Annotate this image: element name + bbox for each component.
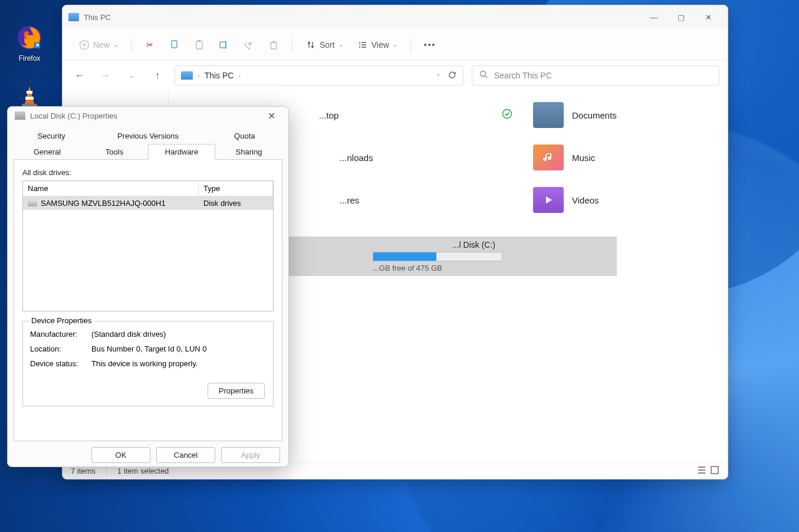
apply-button[interactable]: Apply (221, 447, 280, 463)
tab-quota[interactable]: Quota (207, 128, 282, 144)
folder-videos[interactable]: Videos (533, 187, 710, 213)
svg-rect-6 (196, 41, 202, 49)
explorer-navbar: ← → ⌄ ↑ › This PC › ⌄ Search This PC (63, 61, 728, 90)
device-properties-legend: Device Properties (29, 316, 94, 325)
this-pc-icon (68, 13, 79, 21)
delete-button[interactable] (262, 36, 285, 54)
drive-usage-bar (373, 252, 502, 261)
folder-documents[interactable]: Documents (533, 102, 710, 128)
disk-drives-list[interactable]: Name Type SAMSUNG MZVLB512HAJQ-000H1 Dis… (22, 180, 274, 311)
folder-desktop[interactable]: Desktop ...top (304, 102, 458, 128)
share-icon (244, 40, 254, 50)
chevron-down-icon: ⌄ (393, 41, 397, 48)
music-folder-icon (533, 145, 564, 170)
search-box[interactable]: Search This PC (472, 65, 719, 86)
explorer-toolbar: New ⌄ ✂ Sort ⌄ View ⌄ ••• (63, 29, 728, 61)
search-placeholder: Search This PC (494, 71, 552, 80)
rename-button[interactable] (213, 36, 235, 54)
ellipsis-icon: ••• (424, 40, 436, 50)
device-status-value: This device is working properly. (91, 359, 266, 368)
maximize-button[interactable]: ▢ (668, 8, 695, 27)
folder-downloads[interactable]: ...nloads (340, 145, 493, 170)
manufacturer-value: (Standard disk drives) (91, 330, 266, 339)
chevron-down-icon: ⌄ (113, 41, 118, 48)
tab-sharing[interactable]: Sharing (215, 144, 282, 160)
dialog-close-button[interactable]: ✕ (261, 107, 281, 124)
device-status-label: Device status: (30, 359, 91, 368)
chevron-right-icon: › (238, 72, 241, 79)
copy-icon (169, 40, 180, 50)
tab-security[interactable]: Security (14, 128, 89, 144)
tab-tools[interactable]: Tools (81, 144, 148, 160)
firefox-icon (15, 24, 44, 52)
device-properties-button[interactable]: Properties (208, 383, 265, 399)
more-button[interactable]: ••• (418, 37, 442, 53)
drive-icon (15, 111, 25, 120)
chevron-down-icon: ⌄ (338, 41, 343, 48)
cut-button[interactable]: ✂ (139, 36, 161, 54)
clipboard-icon (194, 40, 205, 50)
column-header-type[interactable]: Type (199, 181, 273, 196)
cancel-button[interactable]: Cancel (156, 447, 215, 463)
forward-button[interactable]: → (97, 67, 114, 84)
svg-rect-11 (711, 467, 718, 474)
disk-icon (28, 201, 37, 206)
ok-button[interactable]: OK (91, 447, 150, 463)
manufacturer-label: Manufacturer: (30, 330, 91, 339)
recent-locations-button[interactable]: ⌄ (123, 67, 140, 84)
view-icon (357, 40, 368, 50)
documents-folder-icon (533, 102, 564, 128)
svg-rect-2 (27, 91, 32, 94)
paste-button[interactable] (188, 36, 211, 54)
sync-ok-icon (502, 109, 512, 121)
back-button[interactable]: ← (71, 67, 88, 84)
dialog-title: Local Disk (C:) Properties (30, 111, 261, 120)
tab-previous-versions[interactable]: Previous Versions (89, 128, 206, 144)
monitor-icon (181, 71, 193, 80)
search-icon (479, 70, 488, 81)
location-label: Location: (30, 344, 91, 353)
copy-button[interactable] (163, 36, 186, 54)
explorer-titlebar[interactable]: This PC ― ▢ ✕ (63, 5, 728, 29)
properties-dialog: Local Disk (C:) Properties ✕ Security Pr… (7, 106, 289, 467)
minimize-button[interactable]: ― (640, 8, 668, 27)
device-properties-group: Device Properties Manufacturer: (Standar… (22, 321, 274, 406)
svg-point-9 (481, 71, 486, 77)
chevron-right-icon: › (198, 72, 200, 79)
svg-rect-3 (25, 97, 34, 100)
scissors-icon: ✂ (144, 40, 155, 50)
trash-icon (268, 40, 279, 50)
address-bar[interactable]: › This PC › ⌄ (175, 65, 463, 86)
tabs-container: Security Previous Versions Quota General… (8, 124, 288, 441)
desktop-icon-label: Firefox (19, 54, 41, 63)
window-title: This PC (84, 13, 640, 22)
column-header-name[interactable]: Name (23, 181, 199, 196)
share-button[interactable] (238, 36, 260, 54)
folder-music[interactable]: Music (533, 145, 710, 170)
svg-rect-5 (172, 41, 177, 48)
drive-free-space: ...GB free of 475 GB (373, 264, 613, 272)
history-dropdown-button[interactable]: ⌄ (436, 70, 440, 81)
drive-local-disk-c[interactable]: ...l Disk (C:) ...GB free of 475 GB (287, 237, 617, 276)
close-button[interactable]: ✕ (695, 8, 722, 27)
large-icons-view-button[interactable] (710, 465, 719, 477)
up-button[interactable]: ↑ (149, 67, 166, 84)
svg-rect-8 (220, 42, 226, 48)
tab-panel-hardware: All disk drives: Name Type SAMSUNG MZVLB… (14, 159, 282, 441)
refresh-button[interactable] (448, 70, 457, 81)
tab-general[interactable]: General (14, 144, 81, 160)
view-button[interactable]: View ⌄ (351, 36, 403, 54)
sort-icon (305, 40, 316, 50)
new-button[interactable]: New ⌄ (73, 36, 124, 54)
properties-titlebar[interactable]: Local Disk (C:) Properties ✕ (8, 107, 288, 124)
desktop-icon-firefox[interactable]: Firefox (6, 24, 53, 63)
details-view-button[interactable] (697, 465, 706, 477)
folder-pictures[interactable]: ...res (340, 187, 493, 213)
tab-hardware[interactable]: Hardware (148, 144, 215, 160)
location-value: Bus Number 0, Target Id 0, LUN 0 (91, 344, 266, 353)
breadcrumb-location[interactable]: This PC (205, 71, 234, 80)
disk-drive-row[interactable]: SAMSUNG MZVLB512HAJQ-000H1 Disk drives (23, 196, 273, 210)
all-disk-drives-label: All disk drives: (22, 168, 274, 177)
svg-rect-7 (198, 40, 200, 42)
sort-button[interactable]: Sort ⌄ (300, 36, 349, 54)
